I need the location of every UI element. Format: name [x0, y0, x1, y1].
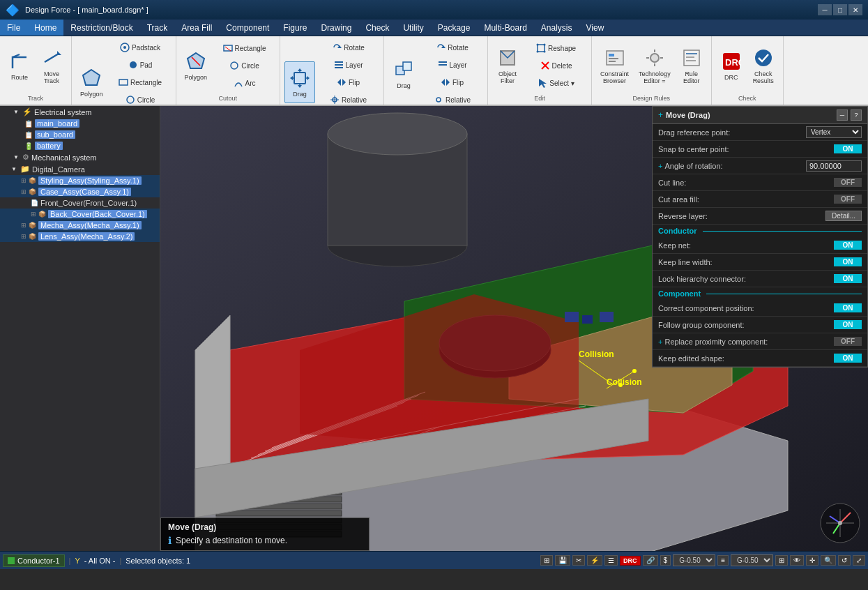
- grid-dropdown-1[interactable]: G-0.50 G-0.25: [673, 554, 715, 566]
- check-results-button[interactable]: CheckResults: [748, 44, 779, 87]
- menu-check[interactable]: Check: [358, 20, 396, 36]
- lock-hierarchy-toggle[interactable]: ON: [834, 274, 862, 283]
- toolbar-icon-axis[interactable]: ✛: [806, 555, 818, 566]
- svg-rect-100: [600, 312, 614, 322]
- grid-dropdown-2[interactable]: G-0.50 G-0.25: [731, 554, 773, 566]
- correct-pos-toggle[interactable]: ON: [834, 303, 862, 312]
- menu-multi-board[interactable]: Multi-Board: [477, 20, 533, 36]
- select-button[interactable]: Select ▾: [524, 75, 587, 91]
- toolbar-icon-grid[interactable]: ≡: [717, 555, 729, 566]
- angle-rotation-input[interactable]: [806, 160, 862, 172]
- reverse-layer-detail-button[interactable]: Detail...: [825, 211, 862, 221]
- menu-home[interactable]: Home: [27, 20, 63, 36]
- drag-dup-button[interactable]: Drag: [388, 53, 419, 95]
- back-expand: ⊞: [31, 211, 36, 218]
- rect-af-button[interactable]: Rectangle: [109, 74, 172, 91]
- tree-main-board[interactable]: 📋 main_board: [0, 118, 160, 129]
- svg-text:Collision: Collision: [607, 377, 642, 387]
- move-track-button[interactable]: MoveTrack: [36, 44, 67, 87]
- flip-dup-button[interactable]: Flip: [420, 74, 483, 91]
- rotate-button[interactable]: Rotate: [317, 39, 379, 56]
- tree-battery[interactable]: 🔋 battery: [0, 140, 160, 151]
- layer-dup-button[interactable]: Layer: [420, 56, 483, 73]
- tree-electrical-system[interactable]: ▼ ⚡ Electrical system: [0, 106, 160, 118]
- rotate-dup-button[interactable]: Rotate: [420, 39, 483, 56]
- minimize-button[interactable]: ─: [818, 4, 832, 15]
- tree-mecha-assy[interactable]: ⊞ 📦 Mecha_Assy(Mecha_Assy.1): [0, 220, 160, 231]
- polygon-button[interactable]: Polygon: [76, 61, 107, 103]
- compass: [819, 502, 861, 544]
- tree-digital-camera[interactable]: ▼ 📁 Digital_Camera: [0, 163, 160, 175]
- menu-package[interactable]: Package: [431, 20, 478, 36]
- constraint-browser-button[interactable]: ConstraintBrowser: [596, 44, 633, 87]
- layer-button[interactable]: Layer: [317, 56, 379, 73]
- drc-status-button[interactable]: DRC: [620, 556, 641, 566]
- svg-marker-26: [337, 79, 341, 86]
- maximize-button[interactable]: □: [833, 4, 847, 15]
- rule-editor-button[interactable]: RuleEditor: [676, 44, 707, 87]
- toolbar-icon-zoom[interactable]: 🔍: [821, 555, 836, 566]
- svg-point-43: [537, 44, 539, 46]
- menu-drawing[interactable]: Drawing: [314, 20, 358, 36]
- drag-button[interactable]: Drag: [284, 61, 315, 103]
- toolbar-icon-rotate3d[interactable]: ↺: [838, 555, 851, 566]
- toolbar-icon-save[interactable]: 💾: [555, 555, 570, 566]
- technology-editor-button[interactable]: TechnologyEditor =: [634, 44, 675, 87]
- cut-line-label: Cut line:: [658, 179, 834, 187]
- close-button[interactable]: ✕: [848, 4, 862, 15]
- tree-lens-assy[interactable]: ⊞ 📦 Lens_Assy(Mecha_Assy.2): [0, 231, 160, 242]
- viewport[interactable]: Collision Collision + Move (Drag): [160, 106, 868, 551]
- toolbar-icon-dollar[interactable]: $: [660, 555, 671, 566]
- toolbar-icon-link[interactable]: 🔗: [643, 555, 658, 566]
- replace-proximity-toggle[interactable]: OFF: [834, 337, 862, 346]
- cut-area-toggle[interactable]: OFF: [834, 195, 862, 204]
- rotate-icon: [331, 42, 342, 53]
- keep-edited-toggle[interactable]: ON: [834, 354, 862, 363]
- tree-front-cover[interactable]: 📄 Front_Cover(Front_Cover.1): [0, 197, 160, 209]
- object-filter-button[interactable]: ObjectFilter: [492, 44, 523, 87]
- cut-line-toggle[interactable]: OFF: [834, 178, 862, 187]
- toolbar-icon-list[interactable]: ☰: [604, 555, 618, 566]
- move-dialog-header[interactable]: + Move (Drag) ─ ?: [653, 107, 867, 124]
- drc-button[interactable]: DRC DRC: [716, 45, 747, 86]
- toolbar-icon-view[interactable]: ⊞: [775, 555, 788, 566]
- menu-figure[interactable]: Figure: [276, 20, 314, 36]
- keep-line-width-toggle[interactable]: ON: [834, 257, 862, 266]
- tree-sub-board[interactable]: 📋 sub_board: [0, 129, 160, 140]
- left-panel: ▼ ⚡ Electrical system 📋 main_board 📋 sub…: [0, 106, 160, 551]
- tree-case-assy[interactable]: ⊞ 📦 Case_Assy(Case_Assy.1): [0, 186, 160, 197]
- pad-button[interactable]: Pad: [109, 56, 172, 73]
- flip-button[interactable]: Flip: [317, 74, 379, 91]
- dialog-minimize-button[interactable]: ─: [837, 109, 848, 121]
- angle-rotation-label: Angle of rotation:: [664, 162, 806, 170]
- menu-restriction-block[interactable]: Restriction/Block: [63, 20, 139, 36]
- menu-area-fill[interactable]: Area Fill: [174, 20, 219, 36]
- toolbar-icon-eye[interactable]: 👁: [790, 555, 804, 566]
- reshape-button[interactable]: Reshape: [524, 40, 587, 56]
- snap-center-toggle[interactable]: ON: [834, 144, 862, 153]
- drag-reference-select[interactable]: Vertex Center Edge: [806, 126, 862, 138]
- circle-co-button[interactable]: Circle: [213, 57, 275, 74]
- svg-point-102: [632, 369, 637, 373]
- toolbar-icon-cut[interactable]: ✂: [572, 555, 585, 566]
- rect-co-button[interactable]: Rectangle: [213, 40, 275, 56]
- toolbar-icon-move3d[interactable]: ⤢: [853, 555, 865, 566]
- menu-track[interactable]: Track: [140, 20, 175, 36]
- menu-utility[interactable]: Utility: [396, 20, 430, 36]
- menu-component[interactable]: Component: [219, 20, 276, 36]
- menu-view[interactable]: View: [579, 20, 611, 36]
- tree-mechanical-system[interactable]: ▼ ⚙ Mechanical system: [0, 151, 160, 163]
- tree-styling-assy[interactable]: ⊞ 📦 Styling_Assy(Styling_Assy.1): [0, 175, 160, 186]
- delete-button[interactable]: Delete: [524, 57, 587, 74]
- dialog-close-button[interactable]: ?: [851, 109, 862, 121]
- polygon-cutout-button[interactable]: Polygon: [181, 45, 212, 86]
- route-button[interactable]: Route: [4, 45, 35, 86]
- toolbar-icon-net[interactable]: ⚡: [587, 555, 602, 566]
- tree-back-cover[interactable]: ⊞ 📦 Back_Cover(Back_Cover.1): [0, 209, 160, 220]
- keep-net-toggle[interactable]: ON: [834, 241, 862, 250]
- arc-co-button[interactable]: Arc: [213, 75, 275, 91]
- padstack-button[interactable]: Padstack: [109, 39, 172, 56]
- menu-analysis[interactable]: Analysis: [534, 20, 579, 36]
- follow-group-toggle[interactable]: ON: [834, 320, 862, 329]
- menu-file[interactable]: File: [0, 20, 27, 36]
